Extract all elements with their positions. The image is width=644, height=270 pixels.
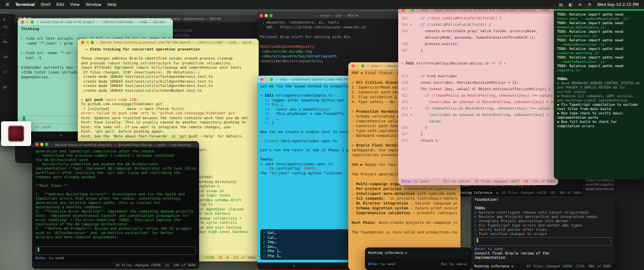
window-decision-policy-terminal[interactable]: — amp — Agent decision-making workflow a… <box>398 6 558 185</box>
terminal-line: 383 - if (!this.isValidPolicyField(field… <box>401 15 555 21</box>
terminal-line: workflows') after resolving the 'git add… <box>35 171 196 175</box>
terminal-line: TypeScript errors that arose after the r… <box>35 196 196 201</box>
terminal-line: TODO: Relative import paths need <box>557 12 641 17</box>
close-button[interactable] <box>352 64 355 68</box>
terminal-line: ✓ Get… <box>263 231 362 236</box>
terminal-line: create mode 100644 test/unit/utils/killA… <box>81 79 255 84</box>
menu-item-edit[interactable]: Edit <box>56 2 64 7</box>
minimize-button[interactable] <box>86 41 89 44</box>
menu-item-view[interactable]: View <box>70 2 80 7</box>
window-controls <box>35 143 48 146</box>
terminal-line: create mode 100644 test/unit/utils/token… <box>81 89 255 93</box>
window-controls <box>352 64 364 68</box>
zoom-button[interactable] <box>269 14 273 17</box>
terminal-line: To github.com.steveygge/VibeCoder.git <box>81 102 255 107</box>
preview-thumbnail-window[interactable] <box>1 121 31 146</box>
close-button[interactable] <box>81 41 84 44</box>
menu-item-window[interactable]: Window <box>85 2 101 7</box>
titlebar[interactable]: — Design 'token-burning-ecosystem' plan … <box>78 39 259 46</box>
apple-menu-icon[interactable]: ⌘ <box>5 2 10 7</box>
terminal-line: TODO: Relative import paths need <box>557 30 641 34</box>
terminal-line: ​ <box>35 188 196 192</box>
close-button[interactable] <box>21 20 24 24</box>
close-button[interactable] <box>35 143 39 146</box>
minimize-button[interactable] <box>265 14 268 17</box>
terminal-line: ≡ <box>3 16 13 23</box>
minimize-button[interactable] <box>356 64 360 68</box>
zoom-button[interactable] <box>91 41 94 44</box>
terminal-line: ▪ Run full build to check for compilatio… <box>557 120 641 128</box>
terminal-line: test: 'Implement asynchronous backoff an… <box>35 214 196 218</box>
terminal-line: 387 } <box>401 47 555 54</box>
terminal-line: — <box>3 31 13 38</box>
menu-item-shell[interactable]: Shell <box>41 2 50 7</box>
window-inference-strip[interactable]: Running inference ◐ ↵ Enter to send Esc … <box>365 247 471 270</box>
window-import-todos-terminal[interactable]: — amp — worker-control — 80×40 TODO: Rel… <box>554 4 644 179</box>
terminal-line: TODO: Relative import paths need <box>557 47 641 51</box>
terminal-line: create mode 100644 test/unit/utils/fullA… <box>81 84 255 89</box>
minimize-button[interactable] <box>265 78 268 81</box>
display-icon[interactable]: ◧ <box>569 2 573 7</box>
terminal-line: ​ <box>352 225 457 230</box>
terminal-line: - Per-project policies (conservative/agg… <box>352 187 457 192</box>
terminal-line: accuracy and more nuanced assessments. <box>35 235 196 239</box>
terminal-line: ​ <box>474 202 611 206</box>
terminal-output: 383 - if (!this.isValidPolicyField(field… <box>398 13 558 178</box>
terminal-line: ✓ Dev… <box>263 245 362 250</box>
prompt-input[interactable]: ▊ <box>474 237 611 246</box>
window-rebase-todos-terminal[interactable]: foundation!​TODOs✔ Restore intelligent r… <box>471 196 614 270</box>
close-button[interactable] <box>260 78 264 81</box>
terminal-line: error: failed to push some refs to 'gith… <box>81 111 255 116</box>
wifi-icon[interactable]: ≋ <box>579 2 582 7</box>
terminal-line: ​ <box>260 30 399 35</box>
terminal-line: - Successfully committed and pushed the … <box>35 162 196 166</box>
terminal-line: - Schema migration system — future-proof… <box>352 206 457 211</box>
control-center-icon[interactable]: ◔ <box>588 2 591 7</box>
close-button[interactable] <box>260 14 263 17</box>
terminal-line: hint: the same ref. If you want to integ… <box>81 125 255 130</box>
minimize-button[interactable] <box>40 143 43 146</box>
zoom-button[interactable] <box>361 64 364 68</box>
todo-list: ▪ Read ENHANCED_WORKER_CONTROL_STATUS.md… <box>557 81 641 128</box>
zoom-button[interactable] <box>45 143 48 146</box>
terminal-line: generation and relative import paths. Th… <box>35 201 196 205</box>
terminal-line: TODO: Relative import paths need <box>557 21 641 25</box>
terminal-line: hint: have locally. This is usually caus… <box>81 120 255 125</box>
prompt-input[interactable]: ▊ <box>35 246 196 255</box>
minimize-button[interactable] <box>26 20 29 24</box>
terminal-line: '--moduleResolution'.js' <box>557 42 641 47</box>
zoom-button[interactable] <box>270 78 273 81</box>
menu-bar: ⌘ Terminal Shell Edit View Window Help ▤… <box>0 0 644 9</box>
terminal-line: roots when '--moduleResolution'.js' <box>557 17 641 21</box>
terminal-line: deliveryMode, autonomy, humanEscalationT… <box>401 34 555 41</box>
titlebar[interactable]: — mv-ai — -zsh — 98×24 <box>257 12 402 19</box>
titlebar[interactable]: — Count lines of code in VC project — ~/… <box>18 18 173 25</box>
terminal-line: ▪ Examine CLI commands, gRPC service, an… <box>557 94 641 103</box>
terminal-line: and provide robust testing infrastructur… <box>81 61 255 66</box>
terminal-line: ~/dev/src/wyvern/tui/server/wyvern <box>260 54 399 59</box>
terminal-line: ↵ <box>466 250 468 257</box>
terminal-output: foundation!​TODOs✔ Restore intelligent r… <box>471 196 614 263</box>
terminal-line: Esc to cancel <box>441 261 468 268</box>
window-controls <box>81 41 94 44</box>
titlebar[interactable]: — Review status of working directory — /… <box>32 141 199 148</box>
menu-bar-clock[interactable]: Wed Sep 10 2:15 PM <box>597 2 639 7</box>
terminal-line: ✓ Cal… <box>263 236 362 240</box>
terminal-line: ▪ Fix TypeScript compilation to exclude … <box>557 103 641 111</box>
window-controls <box>260 78 273 81</box>
terminal-line: ` URL: https://github.com/youruser.name/… <box>260 25 399 30</box>
terminal-line: These changes address Oracle-identified … <box>81 56 255 61</box>
status-bar: Running inference ◐ 63 files changed +95… <box>471 263 614 270</box>
zoom-button[interactable] <box>31 20 34 24</box>
window-qa-review-terminal[interactable]: — Review status of working directory — /… <box>32 141 199 269</box>
battery-icon[interactable]: ▤ <box>559 2 563 7</box>
terminal-line: ✔ Restore intelligent rebase onto latest… <box>474 210 611 215</box>
terminal-line: foundation! <box>474 198 611 202</box>
terminal-line: [main 9773ee8] Implement robust kill/cle… <box>81 65 255 70</box>
window-title: — Design 'token-burning-ecosystem' plan … <box>96 40 255 44</box>
window-title: — mv-ai — -zsh — 98×24 <box>275 13 399 17</box>
menu-item-terminal[interactable]: Terminal <box>16 2 35 7</box>
terminal-line: 3. **Define AI Prompts**: Review and pot… <box>35 227 196 231</box>
menu-item-help[interactable]: Help <box>107 2 116 7</box>
terminal-line: 2. **Finalize Error Handling**: Implemen… <box>35 209 196 214</box>
